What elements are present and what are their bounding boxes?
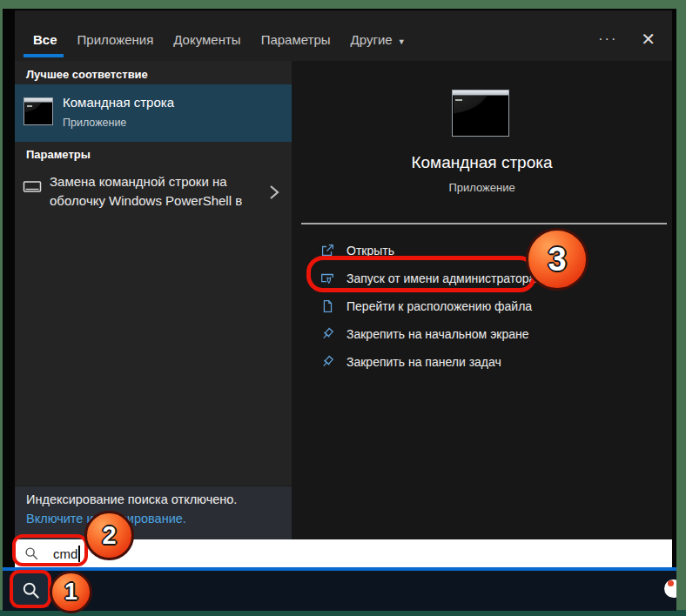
console-settings-icon bbox=[23, 180, 42, 194]
tab-bar: Все Приложения Документы Параметры Други… bbox=[15, 10, 672, 61]
step-number: 3 bbox=[548, 241, 566, 278]
action-label: Запуск от имени администратора bbox=[346, 271, 535, 285]
settings-section-header: Параметры bbox=[26, 148, 91, 161]
dropdown-arrow-icon: ▼ bbox=[398, 37, 406, 46]
action-open[interactable]: Открыть bbox=[292, 237, 672, 264]
taskbar-app-icon[interactable] bbox=[664, 579, 676, 598]
desktop-bottom-strip bbox=[0, 610, 686, 616]
cmd-icon-prompt bbox=[27, 105, 32, 107]
best-match-result[interactable]: Командная строка Приложение bbox=[15, 84, 292, 142]
file-location-icon bbox=[319, 298, 335, 314]
run-as-admin-icon bbox=[319, 271, 335, 286]
settings-item-label: Замена командной строки на оболочку Wind… bbox=[50, 172, 242, 211]
action-label: Открыть bbox=[346, 244, 394, 258]
taskbar-app-icon-dot bbox=[668, 580, 674, 586]
close-icon[interactable]: ✕ bbox=[641, 29, 656, 50]
action-label: Перейти к расположению файла bbox=[346, 299, 532, 313]
tab-apps[interactable]: Приложения bbox=[77, 32, 154, 47]
tab-more-label: Другие bbox=[351, 32, 393, 47]
pin-icon bbox=[319, 354, 335, 370]
search-icon bbox=[21, 580, 41, 600]
text-caret bbox=[78, 546, 80, 562]
indexing-status-bar: Индексирование поиска отключено. Включит… bbox=[15, 485, 292, 539]
cmd-icon-prompt bbox=[455, 99, 462, 101]
settings-item-line2: оболочку Windows PowerShell в bbox=[50, 191, 242, 211]
search-query-text: cmd bbox=[53, 546, 77, 561]
taskbar bbox=[3, 571, 676, 611]
best-match-title: Командная строка bbox=[63, 95, 174, 110]
tab-documents[interactable]: Документы bbox=[173, 32, 240, 47]
tab-settings[interactable]: Параметры bbox=[261, 32, 331, 47]
step-number: 2 bbox=[102, 521, 116, 550]
results-panel: Лучшее соответствие Командная строка При… bbox=[15, 61, 292, 539]
action-open-file-location[interactable]: Перейти к расположению файла bbox=[292, 292, 672, 320]
taskbar-search-button[interactable] bbox=[12, 573, 49, 607]
action-label: Закрепить на панели задач bbox=[346, 355, 501, 369]
preview-divider bbox=[301, 223, 667, 224]
cmd-app-icon bbox=[24, 97, 53, 125]
cmd-app-icon-large bbox=[452, 90, 509, 137]
search-flyout: Все Приложения Документы Параметры Други… bbox=[15, 10, 672, 567]
annotation-step-3-badge: 3 bbox=[526, 228, 588, 291]
tab-all[interactable]: Все bbox=[33, 32, 57, 47]
action-label: Закрепить на начальном экране bbox=[346, 327, 529, 341]
tab-more[interactable]: Другие▼ bbox=[351, 32, 406, 47]
action-run-as-admin[interactable]: Запуск от имени администратора bbox=[292, 264, 672, 292]
indexing-status-message: Индексирование поиска отключено. bbox=[26, 492, 237, 506]
step-number: 1 bbox=[64, 579, 77, 606]
chevron-right-icon bbox=[267, 182, 281, 203]
settings-result-item[interactable]: Замена командной строки на оболочку Wind… bbox=[15, 171, 292, 216]
action-list: Открыть Запуск от имени администратора П… bbox=[292, 237, 672, 376]
annotation-step-2-badge: 2 bbox=[84, 511, 134, 560]
active-tab-underline bbox=[24, 54, 64, 57]
action-pin-to-taskbar[interactable]: Закрепить на панели задач bbox=[292, 348, 672, 376]
pin-icon bbox=[319, 326, 335, 342]
more-options-icon[interactable]: ··· bbox=[598, 31, 617, 47]
preview-type: Приложение bbox=[292, 181, 672, 194]
settings-item-line1: Замена командной строки на bbox=[50, 172, 242, 191]
preview-panel: Командная строка Приложение Открыть Запу… bbox=[292, 61, 672, 539]
cmd-icon-body bbox=[454, 96, 508, 135]
open-icon bbox=[319, 243, 335, 258]
annotation-step-1-badge: 1 bbox=[50, 571, 92, 613]
search-icon bbox=[24, 546, 39, 561]
preview-title: Командная строка bbox=[292, 153, 672, 172]
best-match-type: Приложение bbox=[63, 117, 126, 129]
action-pin-to-start[interactable]: Закрепить на начальном экране bbox=[292, 320, 672, 348]
best-match-header: Лучшее соответствие bbox=[26, 68, 148, 81]
